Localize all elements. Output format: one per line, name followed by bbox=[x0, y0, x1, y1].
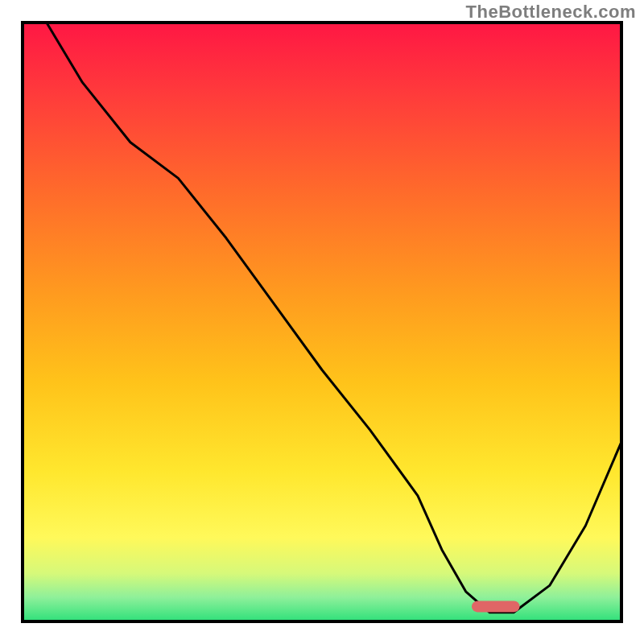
watermark-text: TheBottleneck.com bbox=[466, 2, 636, 23]
chart-gradient-background bbox=[23, 23, 621, 621]
bottleneck-chart bbox=[0, 0, 644, 644]
chart-container: TheBottleneck.com bbox=[0, 0, 644, 644]
optimal-marker bbox=[472, 601, 520, 612]
